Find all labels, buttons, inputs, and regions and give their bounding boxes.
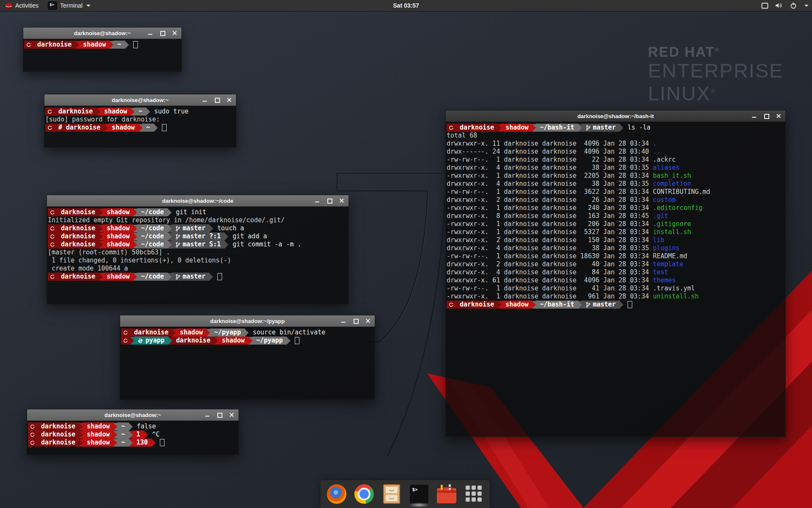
dock-terminal-icon[interactable]: $> [409, 484, 429, 504]
prompt-line: darknoiseshadow~ [24, 41, 181, 49]
ls-row-fields: -rwxrwxr-x. 1 darknoise darknoise 206 Ja… [447, 220, 653, 228]
ls-row: drwxrwxr-x. 2 darknoise darknoise 40 Jan… [447, 260, 785, 268]
window-titlebar[interactable]: darknoise@shadow:~/pyapp [120, 315, 375, 327]
terminal-cursor [628, 301, 632, 308]
prompt-segment-user: darknoise [456, 124, 498, 132]
redhat-prompt-icon [50, 226, 55, 231]
powerline-separator [139, 124, 143, 132]
terminal-app-icon: $> [48, 1, 57, 10]
ls-file-name: .editorconfig [653, 204, 702, 212]
prompt-segment-user: darknoise [33, 41, 75, 49]
segment-text: ~ [138, 108, 142, 116]
redhat-prompt-icon [30, 424, 35, 429]
powerline-separator [104, 124, 108, 132]
prompt-segment-host: shadow [176, 329, 206, 337]
segment-text: ~/code [141, 208, 164, 216]
minimize-button[interactable] [202, 97, 207, 102]
powerline-separator [129, 423, 133, 431]
window-titlebar[interactable]: darknoise@shadow:~ [23, 28, 181, 39]
close-button[interactable] [776, 113, 781, 119]
maximize-button[interactable] [160, 30, 165, 36]
window-titlebar[interactable]: darknoise@shadow:~/code [47, 195, 348, 207]
powerline-separator [225, 241, 228, 248]
ls-file-name: . [653, 140, 657, 147]
close-button[interactable] [227, 97, 232, 102]
clock[interactable]: Sat 03:57 [393, 2, 419, 9]
prompt-segment-path: ~/code [137, 224, 167, 232]
app-menu-label: Terminal [60, 2, 82, 9]
terminal-content[interactable]: darknoiseshadow~ [23, 39, 181, 49]
ls-file-name: template [653, 260, 683, 268]
powerline-separator [287, 337, 291, 345]
ls-row-fields: drwxrwxr-x. 11 darknoise darknoise 4096 … [447, 140, 653, 147]
dock-chrome-icon[interactable] [354, 484, 374, 504]
prompt-icon-cell [48, 208, 57, 216]
close-button[interactable] [172, 30, 177, 36]
terminal-content[interactable]: darknoiseshadow~sudo true[sudo] password… [44, 106, 236, 132]
dock-app-grid-icon[interactable] [464, 484, 484, 504]
maximize-button[interactable] [353, 318, 358, 323]
prompt-segment-path: ~/pyapp [210, 329, 244, 337]
segment-text: shadow [107, 224, 129, 232]
prompt-segment-git: master [172, 273, 209, 281]
prompt-segment-host: shadow [502, 301, 532, 309]
terminal-content[interactable]: darknoiseshadow~/codegit initInitialized… [47, 207, 348, 281]
window-titlebar[interactable]: darknoise@shadow:~ [27, 409, 239, 421]
window-titlebar[interactable]: darknoise@shadow:~ [44, 94, 236, 106]
terminal-content[interactable]: darknoiseshadow~/pyappsource bin/activat… [120, 327, 375, 345]
display-icon [761, 3, 768, 9]
caret-down-icon [804, 5, 809, 7]
powerline-separator [620, 301, 623, 309]
ls-row-fields: drwxrwxr-x. 2 darknoise darknoise 40 Jan… [447, 260, 653, 268]
powerline-separator [154, 124, 158, 132]
prompt-segment-git: master [172, 224, 209, 232]
git-branch-icon [176, 242, 180, 248]
app-menu-terminal[interactable]: $> Terminal [44, 0, 95, 11]
segment-text: shadow [107, 273, 129, 281]
minimize-button[interactable] [205, 412, 210, 417]
dock-toolbox-icon[interactable] [436, 484, 457, 504]
ls-row: drwxrwxr-x. 2 darknoise darknoise 150 Ja… [447, 236, 785, 244]
maximize-button[interactable] [764, 113, 769, 119]
maximize-button[interactable] [214, 97, 219, 102]
prompt-icon-cell [24, 41, 33, 49]
maximize-button[interactable] [217, 412, 222, 417]
prompt-segment-user: darknoise [37, 439, 79, 447]
prompt-icon-cell [28, 431, 37, 439]
terminal-cursor [160, 439, 165, 446]
system-status-area[interactable] [761, 0, 809, 11]
powerline-separator [214, 337, 218, 345]
prompt-line: darknoiseshadow~130 [28, 439, 239, 447]
ls-file-name: bash_it.sh [653, 172, 691, 179]
rhel-wallpaper-logo: RED HAT® ENTERPRISE LINUX® [648, 44, 783, 104]
minimize-button[interactable] [148, 30, 153, 36]
window-buttons [205, 409, 234, 420]
registered-mark2: ® [710, 88, 716, 94]
segment-text: darknoise [61, 232, 95, 240]
activities-label: Activities [15, 2, 38, 9]
prompt-line: darknoiseshadow~/pyappsource bin/activat… [121, 329, 375, 337]
dock-files-icon[interactable] [381, 484, 402, 504]
git-branch-icon [586, 125, 590, 131]
minimize-button[interactable] [341, 318, 346, 323]
close-button[interactable] [365, 318, 370, 323]
prompt-icon-cell [121, 337, 130, 345]
segment-text: ~/code [141, 224, 164, 232]
ls-file-name: lib [653, 236, 664, 244]
powerline-separator [225, 233, 228, 240]
maximize-button[interactable] [327, 198, 332, 203]
typed-command: false [137, 422, 156, 431]
close-button[interactable] [229, 412, 234, 417]
terminal-content[interactable]: darknoiseshadow~falsedarknoiseshadow~1^C… [27, 421, 239, 447]
window-titlebar[interactable]: darknoise@shadow:~/bash-it [446, 110, 785, 122]
minimize-button[interactable] [752, 113, 757, 119]
prompt-segment-path: ~/bash-it [536, 124, 578, 132]
activities-button[interactable]: Activities [0, 0, 44, 11]
powerline-separator [133, 233, 137, 240]
dock-firefox-icon[interactable] [326, 484, 347, 504]
minimize-button[interactable] [315, 198, 320, 203]
redhat-prompt-icon [123, 338, 128, 343]
redhat-prompt-icon [47, 125, 52, 130]
close-button[interactable] [339, 198, 344, 203]
terminal-content[interactable]: darknoiseshadow~/bash-itmasterls -latota… [446, 122, 785, 309]
